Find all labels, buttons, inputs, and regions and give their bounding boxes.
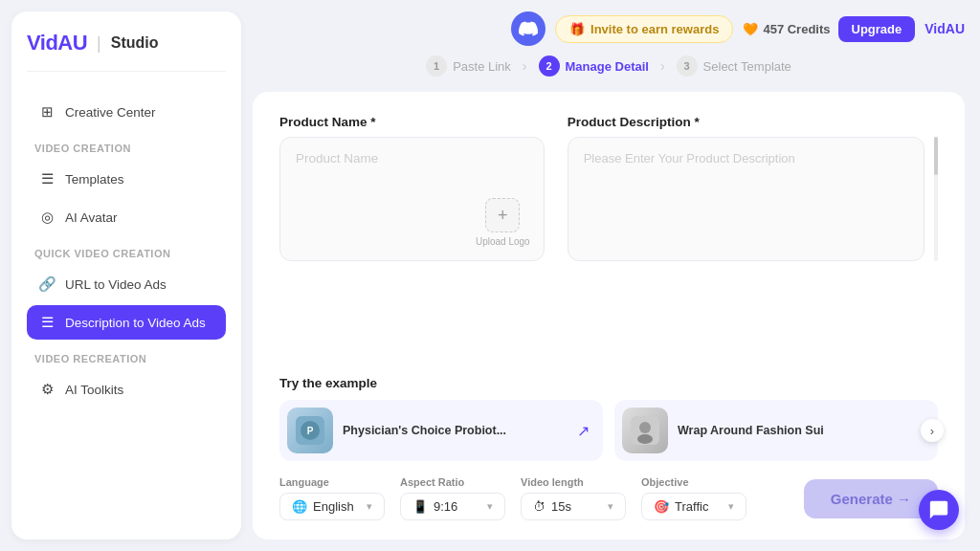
- templates-icon: ☰: [38, 170, 56, 187]
- product-name-label: Product Name *: [279, 115, 545, 129]
- credits-value: 457 Credits: [763, 22, 830, 36]
- main-content: 🎁 Invite to earn rewards 🧡 457 Credits U…: [241, 0, 980, 551]
- sidebar-item-creative-center[interactable]: ⊞ Creative Center: [27, 95, 226, 129]
- product-name-placeholder: Product Name: [296, 151, 378, 165]
- example-thumb-probiotic: P: [287, 408, 333, 453]
- aspect-value: 9:16: [434, 499, 457, 514]
- chevron-down-icon: ▾: [608, 500, 613, 513]
- globe-icon: 🌐: [292, 499, 307, 514]
- toolkits-icon: ⚙: [38, 381, 56, 398]
- sidebar-item-label: Templates: [65, 172, 124, 187]
- section-label-quick-video: Quick Video Creation: [27, 248, 226, 259]
- language-label: Language: [279, 476, 385, 488]
- objective-dropdown[interactable]: 🎯 Traffic ▾: [641, 493, 746, 520]
- section-label-recreation: Video Recreation: [27, 353, 226, 364]
- phone-icon: 📱: [412, 499, 428, 514]
- objective-value: Traffic: [675, 499, 708, 514]
- sidebar-item-templates[interactable]: ☰ Templates: [27, 162, 226, 196]
- grid-icon: ⊞: [38, 103, 56, 121]
- heart-icon: 🧡: [743, 22, 758, 36]
- credits-count: 🧡 457 Credits: [743, 22, 830, 36]
- step-3-label: Select Template: [703, 59, 791, 74]
- fields-row: Product Name * Product Name + Upload Log…: [279, 115, 938, 363]
- objective-control: Objective 🎯 Traffic ▾: [641, 476, 746, 520]
- timer-icon: ⏱: [533, 499, 546, 514]
- brand-name: VidAU: [924, 21, 965, 36]
- bottom-controls: Language 🌐 English ▾ Aspect Ratio 📱 9:16…: [279, 476, 938, 520]
- sidebar-item-description-to-video[interactable]: ☰ Description to Video Ads: [27, 305, 226, 340]
- sidebar-item-label: AI Avatar: [65, 210, 118, 225]
- sidebar-item-url-to-video[interactable]: 🔗 URL to Video Ads: [27, 267, 226, 301]
- invite-rewards-button[interactable]: 🎁 Invite to earn rewards: [555, 15, 733, 43]
- product-desc-field: Product Description * Please Enter Your …: [568, 115, 938, 363]
- sidebar-item-ai-avatar[interactable]: ◎ AI Avatar: [27, 200, 226, 234]
- video-length-dropdown[interactable]: ⏱ 15s ▾: [521, 493, 626, 520]
- video-length-control: Video length ⏱ 15s ▾: [521, 476, 626, 520]
- aspect-ratio-dropdown[interactable]: 📱 9:16 ▾: [400, 493, 505, 520]
- step-1-label: Paste Link: [453, 59, 511, 74]
- content-card: Product Name * Product Name + Upload Log…: [253, 92, 965, 540]
- target-icon: 🎯: [654, 499, 669, 514]
- sidebar: VidAU | Studio ⊞ Creative Center Video C…: [11, 11, 241, 540]
- example-arrow-probiotic: ↗: [577, 422, 590, 440]
- product-name-input[interactable]: Product Name + Upload Logo: [279, 137, 545, 261]
- generate-button[interactable]: Generate →: [804, 479, 938, 518]
- chevron-down-icon: ▾: [367, 500, 372, 513]
- upgrade-button[interactable]: Upgrade: [838, 16, 916, 42]
- chevron-down-icon: ▾: [487, 500, 493, 513]
- objective-label: Objective: [641, 476, 746, 488]
- language-control: Language 🌐 English ▾: [279, 476, 385, 520]
- link-icon: 🔗: [38, 276, 56, 293]
- logo-area: VidAU | Studio: [27, 31, 226, 72]
- step-2-label: Manage Detail: [566, 59, 649, 74]
- invite-label: Invite to earn rewards: [590, 22, 719, 36]
- step-1-num: 1: [426, 55, 447, 77]
- chat-bubble-button[interactable]: [919, 490, 959, 530]
- section-label-video-creation: Video Creation: [27, 143, 226, 154]
- aspect-ratio-control: Aspect Ratio 📱 9:16 ▾: [400, 476, 505, 520]
- chevron-down-icon: ▾: [728, 500, 734, 513]
- product-name-field: Product Name * Product Name + Upload Log…: [279, 115, 545, 363]
- try-example-section: Try the example P Physician's Choice Pro…: [279, 376, 938, 461]
- steps-bar: 1 Paste Link › 2 Manage Detail › 3 Selec…: [253, 55, 965, 77]
- sidebar-item-label: Description to Video Ads: [65, 316, 206, 330]
- step-1: 1 Paste Link: [426, 55, 511, 77]
- gift-icon: 🎁: [569, 22, 585, 36]
- discord-button[interactable]: [511, 11, 546, 46]
- svg-point-5: [637, 434, 653, 444]
- step-3-num: 3: [677, 55, 698, 77]
- language-dropdown[interactable]: 🌐 English ▾: [279, 493, 385, 520]
- upload-logo-icon: +: [485, 198, 520, 232]
- example-cards: P Physician's Choice Probiot... ↗: [279, 400, 938, 461]
- product-desc-label: Product Description *: [568, 115, 938, 129]
- sidebar-item-label: AI Toolkits: [65, 383, 123, 397]
- sidebar-item-ai-toolkits[interactable]: ⚙ AI Toolkits: [27, 372, 226, 407]
- sidebar-item-label: URL to Video Ads: [65, 277, 167, 292]
- topbar: 🎁 Invite to earn rewards 🧡 457 Credits U…: [253, 11, 965, 46]
- aspect-label: Aspect Ratio: [400, 476, 505, 488]
- try-example-label: Try the example: [279, 376, 938, 390]
- example-card-fashion[interactable]: Wrap Around Fashion Sui ›: [614, 400, 938, 461]
- step-2: 2 Manage Detail: [539, 55, 649, 77]
- example-card-probiotic[interactable]: P Physician's Choice Probiot... ↗: [279, 400, 603, 461]
- language-value: English: [313, 499, 354, 514]
- step-3: 3 Select Template: [677, 55, 791, 77]
- logo-studio: Studio: [111, 34, 159, 52]
- svg-point-4: [639, 422, 651, 433]
- sidebar-item-label: Creative Center: [65, 105, 156, 120]
- svg-text:P: P: [307, 426, 314, 436]
- scrollbar-track: [934, 137, 938, 261]
- example-thumb-fashion: [622, 408, 668, 453]
- logo: VidAU: [27, 31, 87, 55]
- scrollbar-thumb[interactable]: [934, 137, 938, 175]
- product-desc-placeholder: Please Enter Your Product Description: [584, 151, 795, 165]
- product-desc-input[interactable]: Please Enter Your Product Description: [568, 137, 924, 261]
- example-next-button[interactable]: ›: [921, 419, 944, 442]
- step-arrow-1: ›: [523, 58, 527, 74]
- step-arrow-2: ›: [660, 58, 665, 74]
- length-label: Video length: [521, 476, 626, 488]
- logo-divider: |: [97, 33, 101, 54]
- example-title-fashion: Wrap Around Fashion Sui: [678, 424, 924, 437]
- desc-icon: ☰: [38, 314, 56, 331]
- upload-logo-button[interactable]: + Upload Logo: [476, 198, 530, 247]
